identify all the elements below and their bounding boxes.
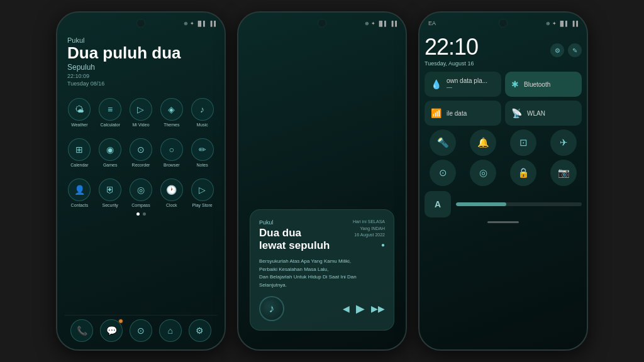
calculator-icon: ≡ — [99, 98, 121, 121]
app-security[interactable]: ⛨ Security — [96, 178, 125, 207]
phone3-screen: EA ⊕ ✦ ▐▌▌ ▐▐ 22:10 Tuesday, August 16 ⚙… — [419, 13, 587, 349]
cc-brightness-bar[interactable] — [456, 202, 582, 206]
cc-tile-data[interactable]: 💧 own data pla... — — [425, 72, 501, 97]
app-contacts[interactable]: 👤 Contacts — [65, 178, 94, 207]
cc-tile-wlan-text: WLAN — [527, 110, 545, 117]
battery-icon-3: ▐▐ — [571, 21, 578, 26]
wifi-icon-3: ✦ — [552, 21, 557, 26]
calendar-icon: ⊞ — [68, 138, 91, 161]
app-games[interactable]: ◉ Games — [96, 138, 125, 167]
cc-tile-mobile-label: ile data — [447, 110, 467, 117]
app-playstore[interactable]: ▷ Play Store — [187, 178, 217, 207]
app-clock-label: Clock — [166, 203, 177, 207]
signal-icon: ▐▌▌ — [196, 21, 207, 26]
music-date-2: Yang INDAH — [353, 226, 385, 233]
cc-home-bar — [487, 221, 519, 223]
app-music[interactable]: ♪ Music — [187, 98, 217, 127]
home-time-big: Dua puluh dua — [67, 44, 217, 62]
app-weather-label: Weather — [71, 123, 87, 127]
status-bar-1: ⊕ ✦ ▐▌▌ ▐▐ — [57, 13, 225, 30]
app-contacts-label: Contacts — [71, 203, 89, 207]
dot-1 — [136, 212, 140, 216]
cc-date: Tuesday, August 16 — [425, 60, 478, 67]
dock-settings[interactable]: ⚙ — [189, 319, 211, 342]
volume-btn[interactable]: ◀ — [343, 304, 350, 314]
cc-icons-right: ⚙ ✎ — [550, 43, 582, 57]
ea-label: EA — [428, 20, 436, 26]
cc-btn-screen[interactable]: ⊡ — [510, 129, 536, 156]
lyrics-1: Bersyukurlah Atas Apa Yang Kamu Miliki, — [259, 258, 385, 266]
contacts-icon: 👤 — [68, 178, 91, 201]
phone-1: ⊕ ✦ ▐▌▌ ▐▐ Pukul Dua puluh dua Sepuluh 2… — [56, 11, 226, 351]
cc-settings-btn[interactable]: ⚙ — [550, 43, 564, 57]
music-controls: ◀ ▶ ▶▶ — [343, 302, 385, 315]
cc-btn-flashlight[interactable]: 🔦 — [430, 129, 456, 156]
cc-time-row: 22:10 Tuesday, August 16 ⚙ ✎ — [425, 34, 582, 67]
app-mivideo[interactable]: ▷ Mi Video — [126, 98, 156, 127]
cc-time: 22:10 — [425, 34, 478, 60]
home-sub: Sepuluh — [67, 63, 217, 72]
cc-btn-privacy[interactable]: ⊙ — [430, 160, 456, 186]
music-big-title-2: lewat sepuluh — [259, 239, 353, 252]
cc-tile-mobile[interactable]: 📶 ile data — [425, 101, 501, 126]
status-right-2: ⊕ ✦ ▐▌▌ ▐▐ — [365, 21, 397, 26]
status-right-1: ⊕ ✦ ▐▌▌ ▐▐ — [184, 21, 216, 26]
status-bar-3: EA ⊕ ✦ ▐▌▌ ▐▐ — [419, 13, 587, 30]
cc-tile-data-sub: — — [447, 84, 487, 92]
cc-btn-location[interactable]: ◎ — [470, 160, 496, 186]
cc-edit-btn[interactable]: ✎ — [568, 43, 582, 57]
music-date-3: 16 August 2022 — [353, 232, 385, 239]
cc-btn-bell[interactable]: 🔔 — [470, 129, 496, 156]
cc-tile-wlan[interactable]: 📡 WLAN — [505, 101, 582, 126]
music-big-title-1: Dua dua — [259, 227, 353, 239]
skip-btn[interactable]: ▶▶ — [371, 304, 385, 314]
app-calendar[interactable]: ⊞ Calendar — [65, 138, 94, 167]
browser-icon: ○ — [160, 138, 183, 161]
app-notes[interactable]: ✏ Notes — [187, 138, 217, 167]
dock-home[interactable]: ⌂ — [159, 319, 182, 342]
app-themes[interactable]: ◈ Themes — [157, 98, 186, 127]
cc-tile-data-text: own data pla... — — [447, 77, 487, 92]
phone-3: EA ⊕ ✦ ▐▌▌ ▐▐ 22:10 Tuesday, August 16 ⚙… — [418, 11, 588, 351]
music-title-block: Pukul Dua dua lewat sepuluh — [259, 219, 353, 252]
app-music-label: Music — [196, 123, 208, 127]
wlan-icon: 📡 — [511, 108, 522, 118]
lyrics-2: Perbaiki Kesalahan Masa Lalu, — [259, 266, 385, 274]
app-weather[interactable]: 🌤 Weather — [65, 98, 94, 127]
cc-tile-bluetooth[interactable]: ✱ Bluetooth — [505, 72, 582, 97]
notes-icon: ✏ — [191, 138, 214, 161]
app-compass[interactable]: ◎ Compass — [126, 178, 156, 207]
app-browser[interactable]: ○ Browser — [157, 138, 186, 167]
dock-phone[interactable]: 📞 — [70, 319, 93, 342]
play-btn[interactable]: ▶ — [356, 302, 365, 315]
cc-tile-data-label: own data pla... — [447, 77, 487, 84]
cc-btn-airplane[interactable]: ✈ — [550, 129, 577, 156]
battery-icon: ▐▐ — [209, 21, 216, 26]
dock-center[interactable]: ⊙ — [130, 319, 152, 342]
music-card-top: Pukul Dua dua lewat sepuluh Hari ini SEL… — [259, 219, 385, 252]
cc-btn-camera[interactable]: 📷 — [550, 160, 577, 186]
music-album-art: ♪ — [259, 296, 284, 321]
playstore-icon: ▷ — [191, 178, 214, 201]
app-games-label: Games — [103, 163, 118, 167]
app-browser-label: Browser — [164, 163, 180, 167]
app-playstore-label: Play Store — [192, 203, 212, 207]
app-clock[interactable]: 🕐 Clock — [157, 178, 186, 207]
app-calculator[interactable]: ≡ Calculator — [96, 98, 125, 127]
battery-icon-2: ▐▐ — [390, 21, 397, 26]
music-date-1: Hari ini SELASA — [353, 219, 385, 226]
cc-letter-btn[interactable]: A — [425, 191, 451, 217]
app-grid-row3: 👤 Contacts ⛨ Security ◎ Compass 🕐 Clock … — [65, 178, 217, 207]
cc-btn-lock[interactable]: 🔒 — [510, 160, 536, 186]
app-recorder[interactable]: ⊙ Recorder — [126, 138, 156, 167]
signal-icon-2: ▐▌▌ — [377, 21, 388, 26]
music-card: Pukul Dua dua lewat sepuluh Hari ini SEL… — [250, 209, 394, 331]
app-notes-label: Notes — [196, 163, 208, 167]
wifi-icon: ✦ — [190, 21, 194, 26]
app-calculator-label: Calculator — [100, 123, 120, 127]
cc-round-buttons-row2: ⊙ ◎ 🔒 📷 — [425, 160, 582, 186]
bt-icon-3: ⊕ — [546, 21, 550, 26]
dock-messages[interactable]: 💬 — [100, 319, 123, 342]
cc-time-date-block: 22:10 Tuesday, August 16 — [425, 34, 478, 67]
compass-icon: ◎ — [130, 178, 152, 201]
